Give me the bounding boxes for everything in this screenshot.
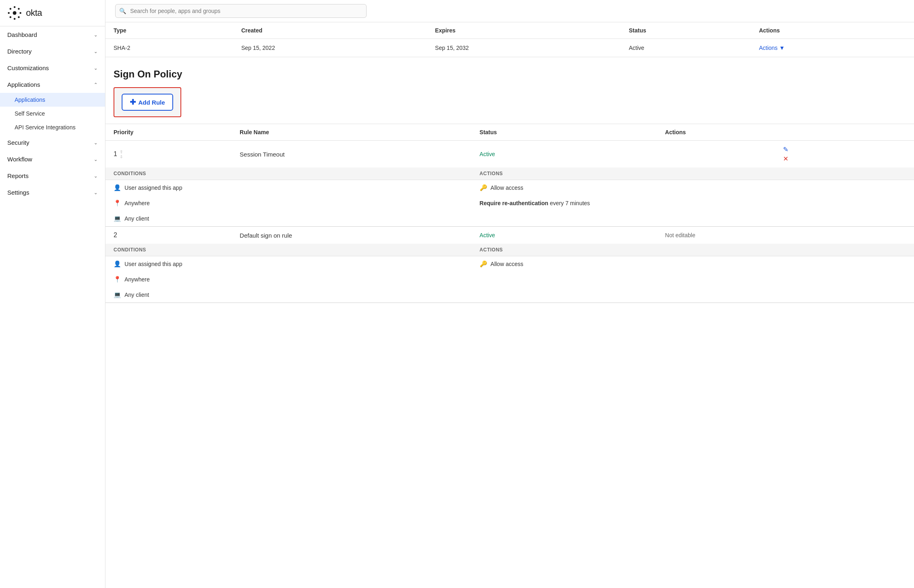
sidebar-sub-self-service[interactable]: Self Service [0, 107, 105, 120]
arrow-down-icon[interactable]: ⇩ [120, 155, 123, 159]
sidebar-customizations-label: Customizations [7, 64, 49, 71]
chevron-down-icon: ⌄ [94, 65, 98, 71]
edit-icon[interactable]: ✎ [783, 146, 788, 153]
rule2-detail-row-3: 💻 Any client [105, 287, 914, 303]
sidebar-item-customizations[interactable]: Customizations ⌄ [0, 60, 105, 76]
app-layout: okta Dashboard ⌄ Directory ⌄ Customizati… [0, 0, 914, 588]
okta-logo-icon [7, 6, 22, 20]
sidebar-item-reports[interactable]: Reports ⌄ [0, 167, 105, 184]
sidebar-directory-label: Directory [7, 48, 32, 55]
col-header-created: Created [233, 22, 427, 39]
client-icon: 💻 [114, 215, 121, 222]
policy-col-status: Status [472, 124, 657, 141]
sidebar-settings-label: Settings [7, 189, 29, 196]
rule1-priority-cell: 1 ⇧ ⇩ [105, 141, 232, 168]
chevron-down-icon: ⌄ [94, 49, 98, 54]
add-rule-label: Add Rule [138, 99, 165, 106]
cert-type: SHA-2 [105, 39, 233, 57]
sidebar-dashboard-label: Dashboard [7, 31, 37, 38]
rule1-detail-right-2: Require re-authentication every 7 minute… [472, 195, 914, 211]
svg-point-4 [9, 8, 11, 10]
sidebar-nav: Dashboard ⌄ Directory ⌄ Customizations ⌄… [0, 26, 105, 201]
rule-row-2: 2 Default sign on rule Active Not editab… [105, 227, 914, 244]
col-header-type: Type [105, 22, 233, 39]
col-header-expires: Expires [427, 22, 621, 39]
key-icon-2: 🔑 [480, 260, 487, 268]
rule1-detail-row-3: 💻 Any client [105, 211, 914, 227]
cert-actions-button[interactable]: Actions ▼ [759, 45, 906, 51]
rule1-detail-row-1: 👤 User assigned this app 🔑 Allow access [105, 180, 914, 196]
rule1-status: Active [472, 141, 657, 168]
rule2-detail-right-3 [472, 287, 914, 303]
rule2-actions-header-right: ACTIONS [472, 244, 914, 256]
svg-point-0 [14, 6, 16, 8]
rule2-actions: Not editable [657, 227, 914, 244]
policy-col-priority: Priority [105, 124, 232, 141]
arrow-up-icon[interactable]: ⇧ [120, 150, 123, 154]
sidebar-item-directory[interactable]: Directory ⌄ [0, 43, 105, 60]
cert-expires: Sep 15, 2032 [427, 39, 621, 57]
chevron-down-icon: ⌄ [94, 32, 98, 38]
rule1-reauth-text: Require re-authentication every 7 minute… [480, 200, 590, 206]
sidebar-item-security[interactable]: Security ⌄ [0, 134, 105, 151]
rule2-detail-left-2: 📍 Anywhere [105, 272, 472, 287]
svg-point-2 [8, 12, 10, 14]
content-area: Type Created Expires Status Actions SHA-… [105, 22, 914, 588]
policy-rules-table: Priority Rule Name Status Actions 1 [105, 124, 914, 303]
svg-point-5 [18, 16, 20, 18]
cert-actions-arrow: ▼ [779, 45, 785, 51]
sidebar-item-workflow[interactable]: Workflow ⌄ [0, 151, 105, 167]
rule1-detail-right-3 [472, 211, 914, 227]
rule2-name: Default sign on rule [232, 227, 471, 244]
sidebar: okta Dashboard ⌄ Directory ⌄ Customizati… [0, 0, 105, 588]
sign-on-policy-section: Sign On Policy ✚ Add Rule [105, 57, 914, 117]
svg-point-1 [14, 18, 16, 20]
sidebar-item-dashboard[interactable]: Dashboard ⌄ [0, 26, 105, 43]
rule1-cond-text-1: User assigned this app [124, 185, 182, 191]
rule1-actions-header-right: ACTIONS [472, 167, 914, 180]
key-icon: 🔑 [480, 184, 487, 191]
sidebar-workflow-label: Workflow [7, 156, 32, 163]
sidebar-sub-applications[interactable]: Applications [0, 93, 105, 107]
sidebar-reports-label: Reports [7, 172, 29, 179]
user-icon: 👤 [114, 184, 121, 191]
certificate-row: SHA-2 Sep 15, 2022 Sep 15, 2032 Active A… [105, 39, 914, 57]
rule1-actions: ✎ ✕ [657, 141, 914, 168]
rule-row-1: 1 ⇧ ⇩ Session Timeout Active [105, 141, 914, 168]
rule2-detail-left-3: 💻 Any client [105, 287, 472, 303]
sort-arrows-1: ⇧ ⇩ [120, 150, 123, 159]
rule1-cond-text-3: Any client [124, 215, 149, 222]
rule1-detail-right-1: 🔑 Allow access [472, 180, 914, 196]
client-icon-2: 💻 [114, 291, 121, 298]
rule1-name: Session Timeout [232, 141, 471, 168]
search-input[interactable] [115, 4, 367, 18]
sidebar-item-applications[interactable]: Applications ⌃ [0, 76, 105, 93]
rule1-detail-row-2: 📍 Anywhere Require re-authentication eve… [105, 195, 914, 211]
rule1-priority: 1 [114, 150, 117, 158]
user-icon-2: 👤 [114, 260, 121, 268]
sidebar-item-settings[interactable]: Settings ⌄ [0, 184, 105, 201]
col-header-actions: Actions [751, 22, 914, 39]
col-header-status: Status [621, 22, 751, 39]
rule1-cond-text-2: Anywhere [124, 200, 150, 206]
sidebar-sub-api-service[interactable]: API Service Integrations [0, 120, 105, 134]
svg-point-8 [13, 11, 17, 15]
svg-point-7 [18, 8, 20, 10]
rule2-detail-row-1: 👤 User assigned this app 🔑 Allow access [105, 256, 914, 272]
rule2-conditions-header-left: CONDITIONS [105, 244, 472, 256]
delete-icon[interactable]: ✕ [783, 155, 788, 163]
cert-status: Active [621, 39, 751, 57]
add-rule-button[interactable]: ✚ Add Rule [122, 94, 173, 111]
not-editable-label: Not editable [665, 232, 695, 238]
policy-col-rule-name: Rule Name [232, 124, 471, 141]
svg-point-3 [19, 12, 21, 14]
rule1-detail-left-1: 👤 User assigned this app [105, 180, 472, 196]
section-title: Sign On Policy [114, 69, 906, 80]
rule1-conditions-header: CONDITIONS ACTIONS [105, 167, 914, 180]
chevron-up-icon: ⌃ [94, 82, 98, 88]
chevron-down-icon: ⌄ [94, 140, 98, 146]
rule2-priority: 2 [114, 232, 117, 239]
location-icon-2: 📍 [114, 276, 121, 283]
rule2-conditions-header: CONDITIONS ACTIONS [105, 244, 914, 256]
okta-logo-text: okta [26, 8, 42, 18]
